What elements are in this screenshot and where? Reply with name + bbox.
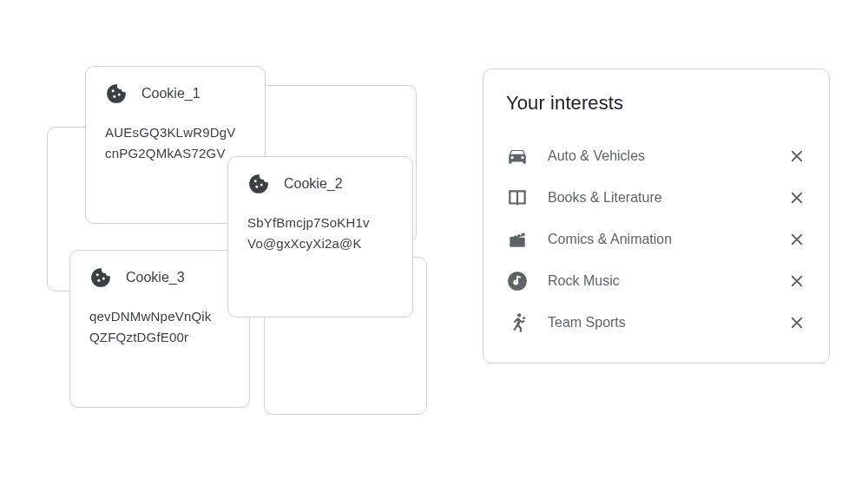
svg-point-14 bbox=[523, 317, 525, 319]
svg-point-0 bbox=[112, 89, 115, 92]
cookie-name: Cookie_3 bbox=[126, 270, 185, 285]
remove-interest-button[interactable] bbox=[787, 147, 806, 166]
remove-interest-button[interactable] bbox=[787, 313, 806, 332]
remove-interest-button[interactable] bbox=[787, 188, 806, 207]
interest-row-books: Books & Literature bbox=[506, 177, 806, 219]
cookie-icon bbox=[247, 173, 270, 195]
interests-title: Your interests bbox=[506, 92, 806, 115]
sports-icon bbox=[506, 311, 529, 334]
svg-rect-9 bbox=[519, 194, 523, 196]
interest-label: Books & Literature bbox=[548, 190, 768, 206]
interest-row-music: Rock Music bbox=[506, 260, 806, 302]
interest-row-sports: Team Sports bbox=[506, 302, 806, 344]
svg-point-2 bbox=[118, 94, 121, 96]
svg-point-12 bbox=[514, 281, 516, 284]
book-icon bbox=[506, 187, 529, 209]
cookie-value: AUEsGQ3KLwR9DgV cnPG2QMkAS72GV bbox=[105, 122, 246, 164]
cookie-card-2: Cookie_2 SbYfBmcjp7SoKH1v Vo@gxXcyXi2a@K bbox=[227, 156, 413, 318]
interest-label: Rock Music bbox=[548, 273, 768, 289]
interests-panel: Your interests Auto & Vehicles Books & L… bbox=[483, 69, 830, 363]
svg-point-5 bbox=[102, 278, 105, 280]
remove-interest-button[interactable] bbox=[787, 272, 806, 291]
cookie-icon bbox=[105, 82, 128, 105]
cookie-card-3: Cookie_3 qevDNMwNpeVnQik QZFQztDGfE00r bbox=[69, 250, 250, 408]
cookie-icon bbox=[89, 266, 112, 289]
cookie-name: Cookie_1 bbox=[141, 86, 201, 101]
svg-point-8 bbox=[260, 184, 263, 187]
interest-label: Auto & Vehicles bbox=[548, 148, 768, 164]
cookie-name: Cookie_2 bbox=[284, 176, 343, 192]
svg-point-1 bbox=[113, 95, 115, 98]
clapper-icon bbox=[506, 228, 529, 251]
cookie-value: qevDNMwNpeVnQik QZFQztDGfE00r bbox=[89, 306, 230, 348]
svg-point-7 bbox=[255, 186, 258, 188]
cookie-value: SbYfBmcjp7SoKH1v Vo@gxXcyXi2a@K bbox=[247, 213, 393, 254]
interest-label: Team Sports bbox=[548, 315, 768, 331]
interest-row-comics: Comics & Animation bbox=[506, 219, 806, 260]
cookie-stack: Cookie_1 AUEsGQ3KLwR9DgV cnPG2QMkAS72GV … bbox=[47, 54, 429, 435]
svg-point-4 bbox=[97, 279, 100, 282]
svg-point-13 bbox=[517, 313, 521, 317]
svg-point-6 bbox=[254, 180, 257, 182]
remove-interest-button[interactable] bbox=[787, 230, 806, 249]
svg-rect-10 bbox=[519, 197, 523, 199]
svg-point-3 bbox=[96, 273, 99, 276]
car-icon bbox=[506, 145, 529, 167]
music-icon bbox=[506, 270, 529, 292]
interest-row-auto: Auto & Vehicles bbox=[506, 135, 806, 177]
interest-label: Comics & Animation bbox=[548, 232, 768, 247]
